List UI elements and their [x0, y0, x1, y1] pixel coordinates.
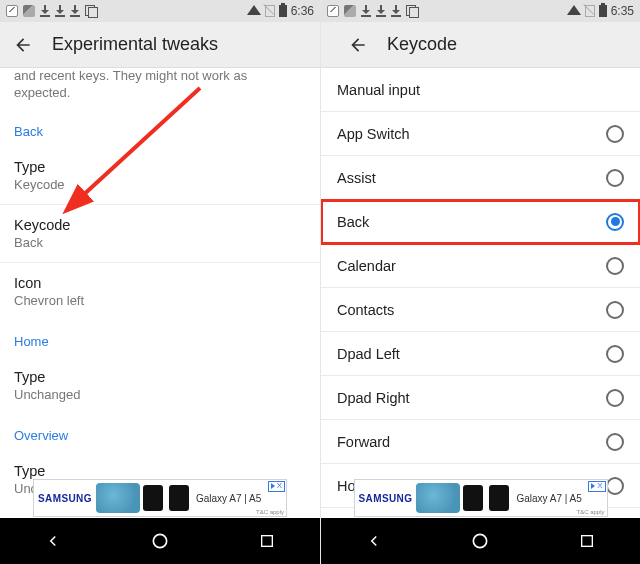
keycode-list: Manual inputApp SwitchAssistBackCalendar…: [321, 68, 640, 518]
option-label: Contacts: [337, 302, 394, 318]
wifi-icon: [247, 5, 261, 17]
ad-phone-icon: [169, 485, 189, 511]
ad-banner[interactable]: SAMSUNG Galaxy A7 | A5 X T&C apply: [354, 479, 608, 517]
pref-title: Type: [14, 463, 306, 479]
download-icon: [55, 5, 65, 17]
ad-brand: SAMSUNG: [355, 493, 417, 504]
svg-point-0: [153, 534, 166, 547]
svg-point-3: [474, 534, 487, 547]
pref-home-type[interactable]: Type Unchanged: [0, 357, 320, 414]
section-header-back: Back: [0, 110, 320, 147]
radio-icon[interactable]: [606, 345, 624, 363]
gmail-icon: [6, 5, 18, 17]
status-clock: 6:36: [291, 4, 314, 18]
keycode-option[interactable]: Back: [321, 200, 640, 244]
pref-back-keycode[interactable]: Keycode Back: [0, 204, 320, 262]
app-bar: Experimental tweaks: [0, 22, 320, 68]
pref-title: Keycode: [14, 217, 306, 233]
ad-brand: SAMSUNG: [34, 493, 96, 504]
status-bar: 6:36: [0, 0, 320, 22]
ad-terms: T&C apply: [576, 509, 604, 515]
settings-content: and recent keys. They might not work as …: [0, 68, 320, 518]
download-icon: [70, 5, 80, 17]
radio-icon[interactable]: [606, 125, 624, 143]
ad-close-badge[interactable]: X: [588, 481, 605, 492]
page-title: Keycode: [387, 34, 457, 55]
pref-summary: Unchanged: [14, 387, 306, 402]
pref-back-icon[interactable]: Icon Chevron left: [0, 262, 320, 320]
section-header-home: Home: [0, 320, 320, 357]
download-icon: [376, 5, 386, 17]
option-label: Assist: [337, 170, 376, 186]
clipboard-icon: [406, 5, 418, 17]
keycode-option[interactable]: Calendar: [321, 244, 640, 288]
radio-icon[interactable]: [606, 169, 624, 187]
wifi-icon: [567, 5, 581, 17]
keycode-option[interactable]: Assist: [321, 156, 640, 200]
ad-image: [96, 483, 140, 513]
option-label: App Switch: [337, 126, 410, 142]
nav-recents-button[interactable]: [237, 518, 297, 564]
ad-close-badge[interactable]: X: [268, 481, 285, 492]
status-bar: 6:35: [321, 0, 640, 22]
picture-icon: [344, 5, 356, 17]
keycode-option[interactable]: Dpad Right: [321, 376, 640, 420]
option-label: Dpad Left: [337, 346, 400, 362]
keycode-option[interactable]: Dpad Left: [321, 332, 640, 376]
nav-home-button[interactable]: [450, 518, 510, 564]
nav-bar: [0, 518, 320, 564]
option-label: Back: [337, 214, 369, 230]
pref-summary: Chevron left: [14, 293, 306, 308]
option-label: Calendar: [337, 258, 396, 274]
back-arrow-icon[interactable]: [12, 34, 34, 56]
phone-right: 6:35 Keycode Manual inputApp SwitchAssis…: [320, 0, 640, 564]
nav-bar: [321, 518, 640, 564]
keycode-option[interactable]: Contacts: [321, 288, 640, 332]
ad-banner[interactable]: SAMSUNG Galaxy A7 | A5 X T&C apply: [33, 479, 287, 517]
battery-icon: [279, 5, 287, 17]
pref-title: Type: [14, 369, 306, 385]
option-label: Manual input: [337, 82, 420, 98]
radio-icon[interactable]: [606, 477, 624, 495]
radio-icon[interactable]: [606, 301, 624, 319]
radio-icon[interactable]: [606, 213, 624, 231]
pref-back-type[interactable]: Type Keycode: [0, 147, 320, 204]
pref-title: Icon: [14, 275, 306, 291]
clipboard-icon: [85, 5, 97, 17]
gmail-icon: [327, 5, 339, 17]
option-label: Forward: [337, 434, 390, 450]
pref-title: Type: [14, 159, 306, 175]
radio-icon[interactable]: [606, 433, 624, 451]
ad-phone-icon: [489, 485, 509, 511]
download-icon: [40, 5, 50, 17]
pref-summary: Back: [14, 235, 306, 250]
picture-icon: [23, 5, 35, 17]
ad-terms: T&C apply: [256, 509, 284, 515]
svg-rect-1: [261, 536, 272, 547]
section-header-overview: Overview: [0, 414, 320, 451]
page-title: Experimental tweaks: [52, 34, 218, 55]
ad-image: [416, 483, 460, 513]
nav-back-button[interactable]: [344, 518, 404, 564]
status-clock: 6:35: [611, 4, 634, 18]
svg-rect-4: [581, 536, 592, 547]
back-arrow-icon[interactable]: [347, 34, 369, 56]
download-icon: [361, 5, 371, 17]
keycode-option[interactable]: Forward: [321, 420, 640, 464]
keycode-option[interactable]: Manual input: [321, 68, 640, 112]
ad-phone-icon: [143, 485, 163, 511]
no-sim-icon: [585, 5, 595, 17]
radio-icon[interactable]: [606, 389, 624, 407]
phone-left: 6:36 Experimental tweaks and recent keys…: [0, 0, 320, 564]
keycode-option[interactable]: App Switch: [321, 112, 640, 156]
nav-recents-button[interactable]: [557, 518, 617, 564]
download-icon: [391, 5, 401, 17]
radio-icon[interactable]: [606, 257, 624, 275]
battery-icon: [599, 5, 607, 17]
description-text: and recent keys. They might not work as …: [0, 68, 320, 110]
option-label: Dpad Right: [337, 390, 410, 406]
pref-summary: Keycode: [14, 177, 306, 192]
nav-back-button[interactable]: [23, 518, 83, 564]
nav-home-button[interactable]: [130, 518, 190, 564]
app-bar: Keycode: [321, 22, 640, 68]
